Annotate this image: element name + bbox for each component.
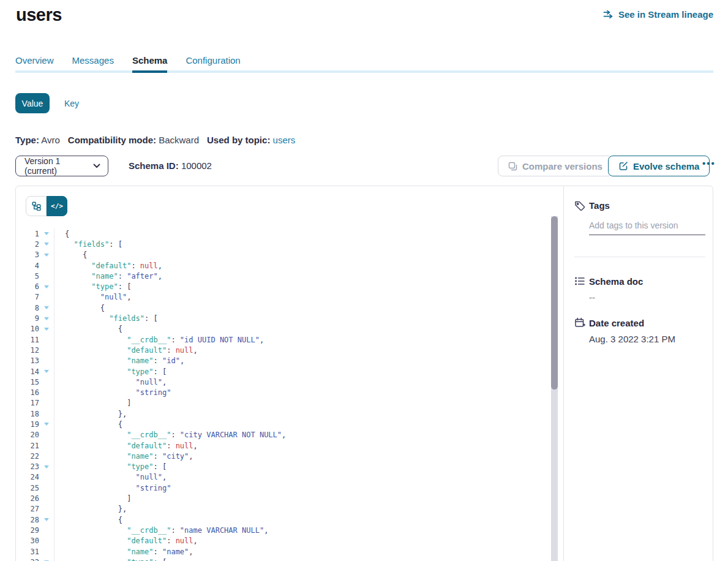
code-line: 31 "name": "name",: [16, 546, 550, 557]
evolve-schema-button[interactable]: Evolve schema: [608, 156, 710, 176]
tab-schema[interactable]: Schema: [132, 55, 168, 73]
code-text: {: [65, 304, 105, 312]
code-text: "type": [: [65, 282, 131, 291]
page-title: users: [16, 5, 62, 25]
code-text: },: [65, 505, 127, 513]
code-editor[interactable]: 1{2 "fields": [3 {4 "default": null,5 "n…: [16, 228, 550, 561]
code-text: {: [65, 325, 122, 333]
code-line: 12 "default": null,: [16, 345, 550, 355]
line-number: 15: [16, 378, 39, 386]
line-number: 18: [16, 410, 39, 418]
fold-spacer: [39, 440, 54, 451]
fold-toggle-icon[interactable]: [39, 239, 54, 249]
tab-bar: Overview Messages Schema Configuration: [15, 55, 713, 73]
code-text: "null",: [65, 378, 167, 386]
tags-section-title: Tags: [589, 200, 610, 211]
compatibility-mode-label: Compatibility mode:: [68, 135, 156, 145]
fold-toggle-icon[interactable]: [39, 557, 54, 561]
evolve-schema-label: Evolve schema: [633, 161, 699, 171]
fold-spacer: [39, 472, 54, 483]
compare-versions-button[interactable]: Compare versions: [498, 156, 613, 176]
tab-configuration[interactable]: Configuration: [186, 55, 240, 73]
code-line: 20 "__crdb__": "city VARCHAR NOT NULL",: [16, 430, 550, 440]
code-lines: 1{2 "fields": [3 {4 "default": null,5 "n…: [16, 228, 550, 561]
fold-toggle-icon[interactable]: [39, 313, 54, 323]
fold-toggle-icon[interactable]: [39, 228, 54, 239]
code-text: "default": null,: [65, 442, 198, 450]
fold-spacer: [39, 260, 54, 271]
code-line: 25 "string": [16, 483, 550, 493]
schema-meta-row: Type: Avro Compatibility mode: Backward …: [15, 135, 295, 145]
schema-panel: </> 1{2 "fields": [3 {4 "default": null,…: [15, 186, 713, 561]
code-text: "__crdb__": "city VARCHAR NOT NULL",: [65, 431, 286, 439]
fold-toggle-icon[interactable]: [39, 419, 54, 429]
tree-view-button[interactable]: [26, 196, 47, 216]
line-number: 19: [16, 420, 39, 429]
sidebar-divider: [574, 257, 705, 257]
fold-toggle-icon[interactable]: [39, 303, 54, 313]
fold-toggle-icon[interactable]: [39, 366, 54, 377]
fold-spacer: [39, 536, 54, 546]
key-toggle-button[interactable]: Key: [64, 99, 79, 108]
code-text: "type": [: [65, 558, 167, 561]
evolve-schema-icon: [618, 161, 628, 171]
fold-spacer: [39, 546, 54, 557]
fold-toggle-icon[interactable]: [39, 462, 54, 472]
fold-toggle-icon[interactable]: [39, 514, 54, 525]
code-line: 9 "fields": [: [16, 313, 550, 323]
fold-spacer: [39, 504, 54, 514]
topic-link[interactable]: users: [273, 135, 296, 145]
code-text: "default": null,: [65, 346, 198, 355]
fold-toggle-icon[interactable]: [39, 250, 54, 260]
line-number: 13: [16, 356, 39, 365]
see-in-stream-lineage-link[interactable]: See in Stream lineage: [603, 9, 713, 20]
scrollbar-thumb[interactable]: [551, 216, 558, 390]
line-number: 31: [16, 548, 39, 556]
calendar-plus-icon: [574, 317, 585, 328]
code-line: 32 "type": [: [16, 557, 550, 561]
fold-spacer: [39, 345, 54, 355]
line-number: 26: [16, 494, 39, 503]
code-text: ]: [65, 399, 131, 407]
compatibility-mode: Compatibility mode: Backward: [68, 135, 199, 145]
code-text: "type": [: [65, 367, 167, 376]
date-created-value: Aug. 3 2022 3:21 PM: [589, 334, 675, 344]
tab-overview[interactable]: Overview: [15, 55, 54, 73]
fold-toggle-icon[interactable]: [39, 281, 54, 292]
line-number: 16: [16, 388, 39, 397]
code-text: "fields": [: [65, 240, 122, 249]
schema-type-value: Avro: [41, 135, 60, 145]
schema-sidebar: Tags Schema doc -- Date created Aug. 3 2…: [563, 186, 713, 561]
add-tags-input[interactable]: [589, 218, 705, 235]
line-number: 17: [16, 399, 39, 407]
version-select[interactable]: Version 1 (current): [15, 156, 108, 176]
code-text: "__crdb__": "id UUID NOT NULL",: [65, 336, 264, 344]
code-line: 4 "default": null,: [16, 260, 550, 271]
tab-messages[interactable]: Messages: [72, 55, 114, 73]
code-line: 1{: [16, 228, 550, 239]
code-text: "__crdb__": "name VARCHAR NULL",: [65, 526, 268, 535]
code-view-button[interactable]: </>: [47, 196, 67, 216]
line-number: 10: [16, 325, 39, 333]
version-bar: Version 1 (current) Schema ID: 100002 Co…: [15, 156, 713, 177]
fold-spacer: [39, 356, 54, 366]
line-number: 32: [16, 558, 39, 561]
compare-versions-icon: [508, 162, 517, 171]
value-key-toggle: Value Key: [15, 93, 79, 113]
line-number: 3: [16, 250, 39, 259]
code-line: 24 "null",: [16, 472, 550, 483]
scrollbar-track[interactable]: [551, 216, 558, 561]
fold-spacer: [39, 334, 54, 345]
schema-doc-section-title: Schema doc: [589, 276, 643, 287]
line-number: 21: [16, 442, 39, 450]
code-text: ]: [65, 494, 131, 503]
fold-spacer: [39, 483, 54, 493]
fold-toggle-icon[interactable]: [39, 324, 54, 334]
more-actions-button[interactable]: •••: [702, 158, 716, 168]
value-toggle-button[interactable]: Value: [15, 93, 50, 113]
code-text: "name": "name",: [65, 548, 193, 556]
code-line: 26 ]: [16, 493, 550, 503]
code-text: "string": [65, 388, 171, 397]
code-line: 22 "name": "city",: [16, 451, 550, 461]
fold-spacer: [39, 525, 54, 535]
